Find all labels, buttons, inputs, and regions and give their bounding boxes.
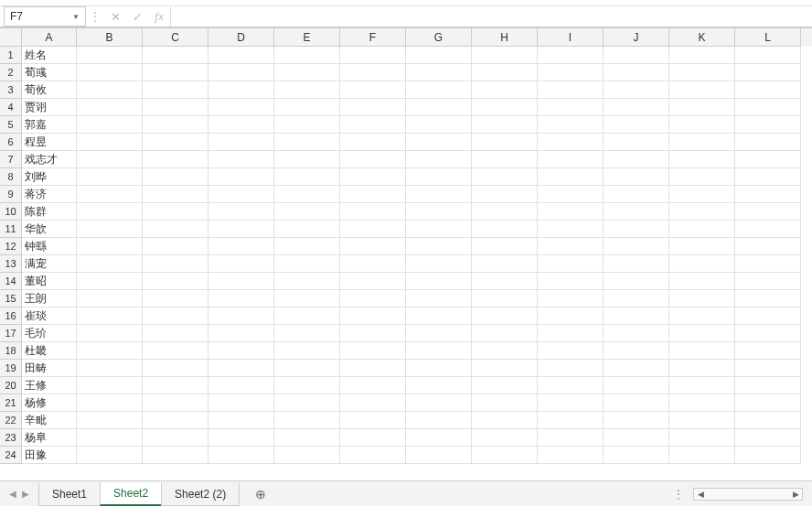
row-header[interactable]: 19 xyxy=(0,360,22,377)
cell[interactable] xyxy=(735,325,801,342)
cell[interactable] xyxy=(406,377,472,394)
cell[interactable] xyxy=(604,342,669,360)
cell[interactable] xyxy=(274,325,340,342)
cell[interactable] xyxy=(669,203,735,221)
cell[interactable] xyxy=(340,151,406,168)
cell[interactable] xyxy=(143,168,208,186)
cell[interactable] xyxy=(669,255,735,273)
row-header[interactable]: 2 xyxy=(0,64,22,81)
cell[interactable] xyxy=(604,325,669,342)
cell[interactable] xyxy=(538,134,604,151)
cell[interactable] xyxy=(208,203,274,221)
cell[interactable] xyxy=(735,342,801,360)
cell[interactable] xyxy=(406,151,472,168)
cell[interactable] xyxy=(538,342,604,360)
cell[interactable] xyxy=(604,116,669,134)
cell[interactable] xyxy=(77,377,143,394)
cell[interactable] xyxy=(208,168,274,186)
cell[interactable] xyxy=(472,168,538,186)
cell[interactable] xyxy=(538,273,604,290)
sheet-tab[interactable]: Sheet2 (2) xyxy=(161,483,240,506)
cell[interactable] xyxy=(538,186,604,203)
cell[interactable] xyxy=(143,342,208,360)
cell[interactable] xyxy=(604,273,669,290)
cell[interactable] xyxy=(340,47,406,64)
cell[interactable] xyxy=(340,186,406,203)
cell[interactable] xyxy=(77,290,143,307)
cell[interactable] xyxy=(77,273,143,290)
cell[interactable] xyxy=(472,307,538,325)
cell[interactable] xyxy=(735,186,801,203)
cell[interactable] xyxy=(208,81,274,99)
row-header[interactable]: 12 xyxy=(0,238,22,255)
cell[interactable] xyxy=(406,134,472,151)
cell[interactable] xyxy=(604,134,669,151)
cancel-button[interactable]: ✕ xyxy=(104,6,126,27)
cell[interactable] xyxy=(669,377,735,394)
cell[interactable] xyxy=(208,64,274,81)
cell[interactable]: 崔琰 xyxy=(22,307,77,325)
cell[interactable] xyxy=(340,325,406,342)
cell[interactable] xyxy=(77,168,143,186)
cell[interactable] xyxy=(77,221,143,238)
cell[interactable] xyxy=(669,238,735,255)
cell[interactable] xyxy=(77,255,143,273)
cell[interactable] xyxy=(604,290,669,307)
cell[interactable] xyxy=(472,273,538,290)
cell[interactable] xyxy=(669,290,735,307)
cell[interactable] xyxy=(735,81,801,99)
cell[interactable] xyxy=(143,151,208,168)
cell[interactable] xyxy=(340,116,406,134)
cell[interactable] xyxy=(472,116,538,134)
row-header[interactable]: 8 xyxy=(0,168,22,186)
cell[interactable] xyxy=(669,186,735,203)
cell[interactable] xyxy=(143,447,208,464)
row-header[interactable]: 9 xyxy=(0,186,22,203)
cell[interactable] xyxy=(208,116,274,134)
row-header[interactable]: 22 xyxy=(0,412,22,429)
cell[interactable] xyxy=(604,307,669,325)
cell[interactable] xyxy=(406,429,472,447)
cell[interactable] xyxy=(669,116,735,134)
cell[interactable] xyxy=(472,47,538,64)
col-header[interactable]: H xyxy=(472,28,538,47)
cell[interactable] xyxy=(406,307,472,325)
cell[interactable] xyxy=(538,116,604,134)
cell[interactable] xyxy=(208,290,274,307)
cell[interactable] xyxy=(340,238,406,255)
cell[interactable]: 杨阜 xyxy=(22,429,77,447)
cell[interactable] xyxy=(604,168,669,186)
cell[interactable] xyxy=(604,377,669,394)
cell[interactable]: 戏志才 xyxy=(22,151,77,168)
cell[interactable] xyxy=(735,290,801,307)
col-header[interactable]: F xyxy=(340,28,406,47)
cell[interactable] xyxy=(669,325,735,342)
scroll-left-button[interactable]: ◀ xyxy=(694,489,707,500)
cell[interactable] xyxy=(77,203,143,221)
cell[interactable] xyxy=(538,447,604,464)
cell[interactable] xyxy=(735,221,801,238)
cell[interactable] xyxy=(274,47,340,64)
col-header[interactable]: J xyxy=(604,28,669,47)
cell[interactable]: 钟繇 xyxy=(22,238,77,255)
cell[interactable] xyxy=(472,290,538,307)
scroll-right-button[interactable]: ▶ xyxy=(789,489,802,500)
col-header[interactable]: L xyxy=(735,28,801,47)
cell[interactable] xyxy=(340,377,406,394)
col-header[interactable]: K xyxy=(669,28,735,47)
cell[interactable] xyxy=(472,394,538,412)
cell[interactable] xyxy=(77,429,143,447)
cell[interactable] xyxy=(604,99,669,116)
row-header[interactable]: 20 xyxy=(0,377,22,394)
cell[interactable]: 杜畿 xyxy=(22,342,77,360)
cell[interactable] xyxy=(735,412,801,429)
cell[interactable] xyxy=(340,360,406,377)
cell[interactable] xyxy=(472,238,538,255)
cell[interactable] xyxy=(604,255,669,273)
cell[interactable] xyxy=(406,168,472,186)
cell[interactable] xyxy=(604,429,669,447)
row-header[interactable]: 18 xyxy=(0,342,22,360)
cell[interactable] xyxy=(208,447,274,464)
cell[interactable] xyxy=(143,307,208,325)
cell[interactable] xyxy=(538,307,604,325)
